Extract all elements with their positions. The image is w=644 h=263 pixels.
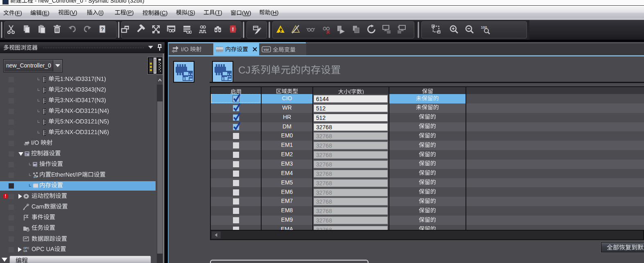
svg-text:!: ! — [5, 194, 6, 198]
svg-text:UA: UA — [23, 250, 27, 252]
svg-text:EIP: EIP — [34, 176, 38, 178]
svg-text:OPC: OPC — [23, 247, 29, 250]
svg-text:?: ? — [101, 27, 104, 32]
svg-text:!: ! — [232, 26, 234, 32]
svg-text:1: 1 — [388, 26, 389, 29]
svg-text:var: var — [264, 47, 269, 52]
